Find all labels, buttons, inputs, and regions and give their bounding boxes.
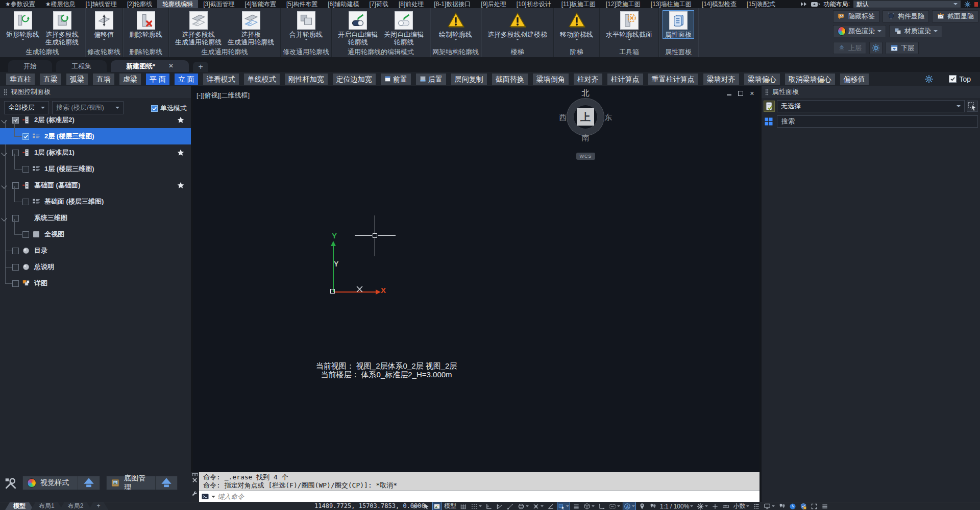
select-objects-icon[interactable] [967, 101, 978, 112]
tree-row-2层-1[interactable]: 2层 (楼层三维图) [0, 128, 191, 144]
menu-item-5[interactable]: 轮廓线编辑 [157, 0, 198, 8]
tree-row-总说明-9[interactable]: 总说明 [0, 259, 191, 275]
favorite-star-icon[interactable] [177, 116, 185, 124]
properties-search-input[interactable]: 搜索 [777, 115, 978, 128]
layout-tab-布局2[interactable]: 布局2 [60, 502, 92, 510]
statusbar-selection-cursor[interactable] [422, 502, 430, 510]
menu-item-18[interactable]: [14]模型检查 [697, 0, 742, 8]
expand-up-icon[interactable] [160, 476, 173, 490]
menu-item-1[interactable]: ★参数设置 [0, 0, 40, 8]
statusbar-security[interactable] [799, 502, 807, 510]
menu-item-7[interactable]: [4]智能布置 [240, 0, 281, 8]
toolbar-button-垂直柱[interactable]: 垂直柱 [6, 74, 35, 85]
ribbon-材质渲染-button[interactable]: 材质渲染 [889, 25, 942, 37]
toolbar-button-取消梁墙偏心[interactable]: 取消梁墙偏心 [785, 74, 835, 85]
ribbon-button-绘制轮廓线[interactable]: 绘制轮廓线 [437, 11, 474, 40]
properties-doc-icon[interactable] [966, 42, 978, 55]
tree-row-基础面-4[interactable]: 基础面 (基础面) [0, 177, 191, 193]
grid-view-icon[interactable] [764, 116, 774, 127]
drag-handle-icon[interactable] [765, 89, 769, 95]
ribbon-button-选择多段线生成通用轮廓线[interactable]: 选择多段线生成通用轮廓线 [173, 11, 224, 46]
toolbar-button-梁墙偏心[interactable]: 梁墙偏心 [744, 74, 780, 85]
toolbar-button-平面[interactable]: 平 面 [146, 74, 169, 85]
statusbar-units[interactable]: 小数 [732, 502, 750, 510]
wrench-icon[interactable] [191, 491, 198, 497]
toolbar-button-后置[interactable]: 后置 [416, 74, 446, 85]
statusbar-pin-toggles[interactable] [778, 502, 786, 510]
top-view-checkbox[interactable] [949, 75, 957, 83]
menu-item-17[interactable]: [13]墙柱施工图 [646, 0, 697, 8]
document-tab-工程集[interactable]: 工程集 [56, 60, 107, 72]
statusbar-timer[interactable] [789, 502, 797, 510]
layout-tab-+[interactable]: + [88, 502, 108, 510]
statusbar-isometric-drafting[interactable] [517, 502, 529, 510]
menu-item-4[interactable]: [2]轮廓线 [122, 0, 157, 8]
ribbon-button-选择板生成通用轮廓线[interactable]: 选择板生成通用轮廓线 [226, 11, 276, 46]
ribbon-button-合并轮廓线[interactable]: 合并轮廓线 [287, 11, 325, 40]
chevron-down-icon[interactable] [211, 496, 215, 498]
toolbar-button-详看模式[interactable]: 详看模式 [203, 74, 239, 85]
statusbar-annotation-pins[interactable] [649, 502, 657, 510]
statusbar-units-ruler[interactable] [722, 502, 730, 510]
favorite-star-icon[interactable] [177, 181, 185, 189]
ribbon-上层-button[interactable]: 上层 [833, 42, 866, 54]
statusbar-reference-image[interactable] [433, 502, 441, 510]
toolbar-button-立面[interactable]: 立 面 [175, 74, 198, 85]
wcs-badge[interactable]: WCS [576, 153, 595, 160]
tree-checkbox[interactable] [12, 280, 19, 287]
ribbon-button-选择多段线生成轮廓线[interactable]: 选择多段线生成轮廓线 [43, 11, 81, 46]
menu-item-12[interactable]: [8-1]数据接口 [429, 0, 476, 8]
statusbar-space-label[interactable]: 模型 [444, 502, 457, 510]
menu-item-9[interactable]: [6]辅助建模 [323, 0, 364, 8]
tree-checkbox[interactable] [22, 133, 29, 140]
statusbar-angle-snap[interactable] [547, 502, 555, 510]
statusbar-lineweight[interactable] [572, 502, 580, 510]
statusbar-customization[interactable] [821, 502, 829, 510]
drag-handle-icon[interactable] [192, 473, 198, 476]
statusbar-transparency[interactable] [583, 502, 595, 510]
compass-top-face[interactable]: 上 [577, 108, 594, 126]
menu-item-2[interactable]: ★楼层信息 [40, 0, 81, 8]
ribbon-下层-button[interactable]: 下层 [886, 42, 919, 54]
layout-select[interactable]: 默认 [853, 1, 961, 8]
single-select-checkbox[interactable] [151, 105, 158, 112]
drag-handle-icon[interactable] [4, 89, 7, 95]
menu-item-15[interactable]: [11]板施工图 [556, 0, 601, 8]
tree-row-系统三维图-6[interactable]: 系统三维图 [0, 210, 191, 226]
statusbar-annotation-visibility[interactable]: A [623, 502, 635, 510]
tree-checkbox[interactable] [12, 248, 19, 254]
close-tab-icon[interactable]: ✕ [168, 60, 174, 72]
tree-expand-icon[interactable] [1, 183, 7, 188]
tree-checkbox[interactable] [22, 199, 29, 205]
statusbar-workspace-switching[interactable] [696, 502, 708, 510]
menu-item-11[interactable]: [8]前处理 [394, 0, 429, 8]
tree-row-目录-8[interactable]: 目录 [0, 242, 191, 259]
ribbon-截面显隐-button[interactable]: 截面显隐 [932, 10, 978, 22]
view-compass[interactable]: 北 南 西 东 上 [558, 88, 613, 145]
tree-expand-icon[interactable] [1, 150, 7, 156]
viewport-controls-label[interactable]: [-][俯视][二维线框] [197, 91, 250, 100]
statusbar-ortho-mode[interactable] [485, 502, 493, 510]
statusbar-display-settings[interactable] [763, 502, 775, 510]
compass-east[interactable]: 东 [604, 113, 612, 123]
compass-north[interactable]: 北 [582, 88, 590, 98]
toolbar-button-梁墙对齐[interactable]: 梁墙对齐 [703, 74, 739, 85]
statusbar-clean-screen[interactable] [810, 502, 818, 510]
toolbar-button-梁墙倒角[interactable]: 梁墙倒角 [533, 74, 569, 85]
expand-up-icon[interactable] [82, 476, 95, 490]
statusbar-slab-edit[interactable]: 板 [411, 502, 420, 510]
toolbar-button-刚性杆加宽[interactable]: 刚性杆加宽 [285, 74, 328, 85]
close-icon[interactable]: ✕ [750, 91, 754, 96]
compass-west[interactable]: 西 [559, 113, 567, 123]
more-tabs-icon[interactable] [800, 2, 807, 7]
tree-row-基础面-5[interactable]: 基础面 (楼层三维图) [0, 193, 191, 210]
menu-item-14[interactable]: [10]初步设计 [511, 0, 556, 8]
toolbar-button-直梁[interactable]: 直梁 [40, 74, 61, 85]
ribbon-collapse-icon[interactable] [811, 2, 820, 7]
selection-dropdown[interactable]: 无选择 [777, 100, 965, 112]
tree-checkbox[interactable] [22, 231, 29, 238]
drawing-viewport[interactable]: [-][俯视][二维线框] ✕ 北 南 西 东 上 WCS Y Y X [193, 86, 760, 472]
ribbon-button-水平轮廓线截面[interactable]: 水平轮廓线截面 [604, 11, 654, 40]
statusbar-annotation-autoscale[interactable] [638, 502, 646, 510]
toolbar-button-直墙[interactable]: 直墙 [93, 74, 114, 85]
